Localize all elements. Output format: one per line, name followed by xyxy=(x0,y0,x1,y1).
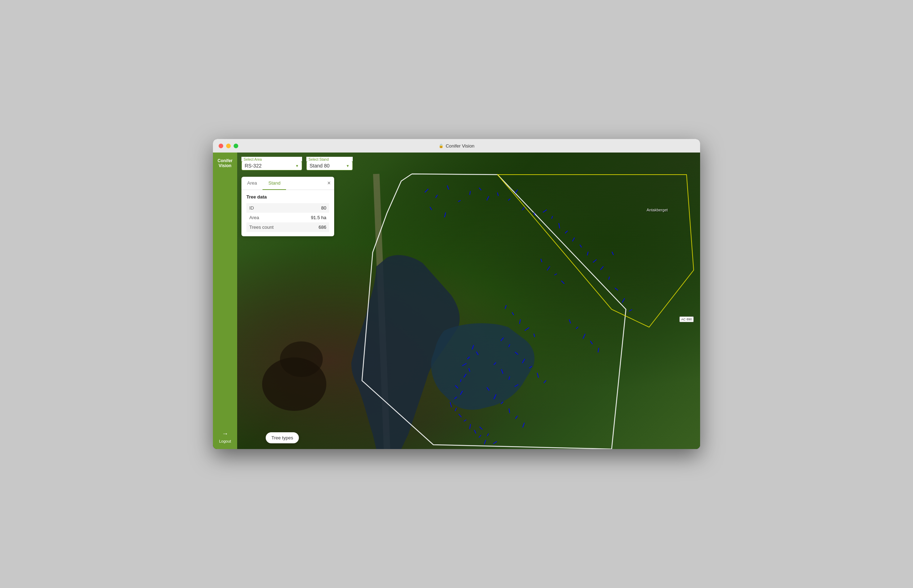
svg-rect-5 xyxy=(447,185,449,190)
svg-rect-61 xyxy=(598,348,599,352)
svg-rect-31 xyxy=(519,319,521,324)
svg-rect-53 xyxy=(609,276,610,280)
row-value: 686 xyxy=(295,222,329,232)
svg-rect-76 xyxy=(455,408,457,411)
road-sign: AC 890 xyxy=(679,317,694,322)
lock-icon: 🔒 xyxy=(439,144,444,148)
info-panel: Area Stand × Tree data ID80Area91.5 haTr… xyxy=(241,177,334,236)
svg-point-1 xyxy=(280,341,323,377)
main-content: Conifer Vision → Logout xyxy=(213,152,700,449)
select-stand-group: Select Stand Stand 80 ▼ xyxy=(306,157,353,170)
svg-rect-50 xyxy=(493,441,497,444)
select-stand-label: Select Stand xyxy=(306,157,353,162)
svg-rect-81 xyxy=(479,435,481,438)
svg-rect-58 xyxy=(576,326,578,329)
window-title: 🔒 Conifer Vision xyxy=(439,143,475,149)
row-label: ID xyxy=(246,203,295,213)
svg-rect-6 xyxy=(458,200,461,202)
svg-rect-20 xyxy=(565,231,568,233)
tab-area[interactable]: Area xyxy=(241,177,262,190)
map-container[interactable]: Antakberget AC 890 Select Area RS-322 ▼ xyxy=(237,152,700,449)
tree-types-button[interactable]: Tree types xyxy=(266,432,299,443)
svg-rect-77 xyxy=(458,414,461,417)
logout-icon: → xyxy=(222,430,228,438)
svg-rect-60 xyxy=(590,341,593,344)
svg-rect-19 xyxy=(558,223,560,228)
maximize-button[interactable] xyxy=(234,144,238,148)
svg-rect-11 xyxy=(508,199,510,201)
table-row: Trees count686 xyxy=(246,222,329,232)
row-label: Area xyxy=(246,213,295,222)
select-stand-wrapper[interactable]: Stand 80 ▼ xyxy=(306,161,353,170)
svg-rect-24 xyxy=(593,259,597,263)
svg-rect-56 xyxy=(629,309,632,312)
svg-rect-26 xyxy=(547,266,550,271)
svg-rect-17 xyxy=(543,210,547,213)
svg-rect-22 xyxy=(580,244,582,248)
svg-rect-51 xyxy=(612,252,614,255)
svg-rect-28 xyxy=(561,281,565,284)
title-bar: 🔒 Conifer Vision xyxy=(213,139,700,152)
row-value: 80 xyxy=(295,203,329,213)
svg-rect-9 xyxy=(486,196,489,200)
row-value: 91.5 ha xyxy=(295,213,329,222)
svg-rect-3 xyxy=(424,189,428,192)
data-table: ID80Area91.5 haTrees count686 xyxy=(246,203,329,232)
table-row: ID80 xyxy=(246,203,329,213)
svg-rect-33 xyxy=(534,334,535,337)
table-row: Area91.5 ha xyxy=(246,213,329,222)
svg-rect-14 xyxy=(444,212,446,217)
select-area-arrow-icon: ▼ xyxy=(295,164,299,168)
info-panel-header: Area Stand × xyxy=(241,177,334,190)
svg-rect-52 xyxy=(600,266,604,270)
svg-rect-13 xyxy=(430,207,432,210)
svg-rect-30 xyxy=(512,312,514,315)
svg-rect-55 xyxy=(622,298,625,302)
svg-rect-4 xyxy=(435,195,438,198)
svg-rect-12 xyxy=(515,190,518,194)
select-area-dropdown[interactable]: RS-322 xyxy=(244,163,293,168)
close-button[interactable]: × xyxy=(327,180,330,186)
svg-rect-79 xyxy=(469,424,471,429)
svg-rect-80 xyxy=(474,430,476,434)
tab-stand[interactable]: Stand xyxy=(262,177,286,190)
svg-rect-15 xyxy=(522,207,525,211)
svg-rect-63 xyxy=(537,373,539,378)
svg-rect-47 xyxy=(523,423,525,428)
tree-data-title: Tree data xyxy=(246,194,329,200)
map-label-antakberget: Antakberget xyxy=(647,208,668,212)
logout-button[interactable]: → Logout xyxy=(219,430,231,443)
select-area-label: Select Area xyxy=(241,157,302,162)
svg-rect-75 xyxy=(450,402,452,407)
select-area-group: Select Area RS-322 ▼ xyxy=(241,157,302,170)
svg-rect-64 xyxy=(544,380,546,383)
select-area-wrapper[interactable]: RS-322 ▼ xyxy=(241,161,302,170)
top-toolbar: Select Area RS-322 ▼ Select Stand Stand … xyxy=(241,157,353,170)
close-button[interactable] xyxy=(219,144,223,148)
info-panel-body: Tree data ID80Area91.5 haTrees count686 xyxy=(241,190,334,236)
sidebar-logo: Conifer Vision xyxy=(215,155,235,171)
svg-rect-32 xyxy=(524,327,529,331)
svg-rect-82 xyxy=(484,440,486,444)
svg-rect-23 xyxy=(587,252,588,255)
svg-rect-7 xyxy=(469,191,471,195)
svg-rect-46 xyxy=(515,415,518,419)
svg-rect-29 xyxy=(505,305,507,309)
svg-rect-49 xyxy=(487,433,489,436)
svg-rect-21 xyxy=(572,237,575,241)
svg-rect-59 xyxy=(583,334,586,339)
svg-rect-57 xyxy=(569,319,571,323)
svg-rect-10 xyxy=(497,192,499,196)
svg-rect-48 xyxy=(479,426,482,430)
svg-rect-25 xyxy=(540,259,542,262)
svg-rect-78 xyxy=(464,420,466,422)
svg-rect-18 xyxy=(551,216,553,219)
svg-rect-45 xyxy=(508,409,510,413)
row-label: Trees count xyxy=(246,222,295,232)
select-stand-arrow-icon: ▼ xyxy=(346,164,350,168)
select-stand-dropdown[interactable]: Stand 80 xyxy=(309,163,343,168)
minimize-button[interactable] xyxy=(226,144,231,148)
svg-rect-8 xyxy=(479,187,481,190)
svg-rect-27 xyxy=(554,273,557,275)
traffic-lights xyxy=(219,144,238,148)
